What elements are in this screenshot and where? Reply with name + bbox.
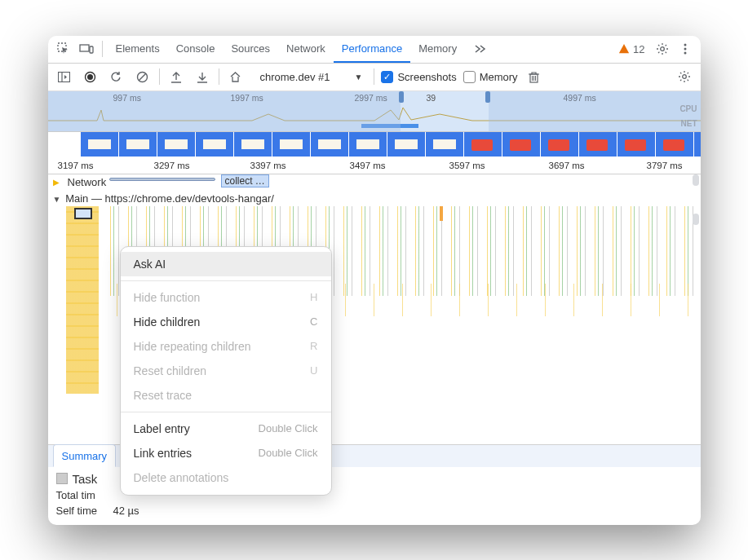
- menu-item-label-entry[interactable]: Label entryDouble Click: [121, 417, 331, 441]
- memory-checkbox[interactable]: Memory: [463, 71, 518, 83]
- tab-summary[interactable]: Summary: [53, 444, 117, 467]
- main-track-header[interactable]: ▼ Main — https://chrome.dev/devtools-han…: [48, 191, 701, 206]
- settings-icon[interactable]: [652, 37, 673, 60]
- ruler-tick: 3597 ms: [449, 161, 485, 170]
- range-handle-right[interactable]: [485, 91, 490, 103]
- chevron-down-icon: ▼: [355, 73, 363, 82]
- checkbox-icon: [463, 71, 476, 83]
- selected-frame[interactable]: [74, 208, 92, 219]
- tab-memory[interactable]: Memory: [410, 36, 465, 64]
- toggle-drawer-icon[interactable]: [55, 67, 74, 86]
- upload-icon[interactable]: [166, 67, 186, 86]
- filmstrip-thumb[interactable]: [579, 132, 617, 157]
- expand-icon: ▶: [53, 178, 63, 187]
- record-icon[interactable]: [81, 67, 100, 86]
- inspect-icon[interactable]: [53, 37, 74, 60]
- filmstrip-thumb[interactable]: [502, 132, 540, 157]
- filmstrip-thumb[interactable]: [196, 132, 233, 157]
- filmstrip-thumb[interactable]: [234, 132, 272, 157]
- svg-point-5: [684, 48, 686, 51]
- filmstrip-thumb[interactable]: [311, 132, 348, 157]
- network-bar[interactable]: [109, 178, 215, 181]
- main-thread-label: Main — https://chrome.dev/devtools-hanga…: [65, 192, 274, 205]
- screenshots-label: Screenshots: [397, 71, 456, 83]
- gc-icon[interactable]: [524, 67, 544, 86]
- scrollbar-thumb[interactable]: [693, 174, 699, 186]
- filmstrip-thumb[interactable]: [656, 132, 693, 157]
- menu-shortcut: C: [310, 315, 317, 329]
- filmstrip-thumb[interactable]: [119, 132, 157, 157]
- filmstrip-thumb[interactable]: [387, 132, 425, 157]
- network-track-header[interactable]: ▶ Network: [48, 174, 112, 190]
- menu-item-reset-children: Reset childrenU: [121, 359, 331, 383]
- menu-item-hide-repeating-children: Hide repeating childrenR: [121, 334, 331, 359]
- clear-icon[interactable]: [133, 67, 153, 86]
- tab-elements[interactable]: Elements: [108, 36, 168, 64]
- devtools-tabbar: ElementsConsoleSourcesNetworkPerformance…: [48, 36, 701, 64]
- ruler-tick: 3697 ms: [549, 161, 585, 170]
- filmstrip-thumb[interactable]: [157, 132, 195, 157]
- filmstrip-thumb[interactable]: [464, 132, 502, 157]
- filmstrip[interactable]: [48, 132, 701, 160]
- memory-label: Memory: [480, 71, 518, 83]
- context-menu: Ask AIHide functionHHide childrenCHide r…: [120, 246, 332, 496]
- source-selector[interactable]: chrome.dev #1 ▼: [252, 67, 368, 86]
- menu-item-hide-children[interactable]: Hide childrenC: [121, 310, 331, 334]
- filmstrip-thumb[interactable]: [349, 132, 387, 157]
- self-time-value: 42 µs: [113, 505, 139, 517]
- task-swatch: [56, 473, 68, 484]
- tab-sources[interactable]: Sources: [223, 36, 278, 64]
- perf-toolbar: chrome.dev #1 ▼ Screenshots Memory: [48, 64, 701, 91]
- filmstrip-thumb[interactable]: [81, 132, 118, 157]
- menu-shortcut: U: [310, 364, 317, 377]
- perf-settings-icon[interactable]: [675, 67, 694, 86]
- menu-shortcut: Double Click: [259, 422, 318, 435]
- reload-record-icon[interactable]: [107, 67, 126, 86]
- source-label: chrome.dev #1: [260, 71, 330, 83]
- menu-item-link-entries[interactable]: Link entriesDouble Click: [121, 441, 331, 465]
- menu-shortcut: H: [310, 291, 317, 304]
- tab-network[interactable]: Network: [278, 36, 334, 64]
- time-ruler: 3197 ms3297 ms3397 ms3497 ms3597 ms3697 …: [48, 160, 701, 174]
- devtools-window: ElementsConsoleSourcesNetworkPerformance…: [48, 36, 701, 525]
- svg-rect-7: [59, 72, 70, 82]
- download-icon[interactable]: [193, 67, 212, 86]
- ruler-tick: 3797 ms: [647, 161, 683, 170]
- menu-shortcut: Double Click: [259, 447, 318, 460]
- screenshots-checkbox[interactable]: Screenshots: [381, 71, 456, 83]
- timeline-overview[interactable]: 997 ms1997 ms2997 ms394997 ms CPU NET: [48, 91, 701, 132]
- expand-icon: ▼: [53, 195, 63, 204]
- menu-item-ask-ai[interactable]: Ask AI: [121, 252, 331, 276]
- svg-rect-1: [80, 45, 89, 51]
- context-menu-separator: [121, 412, 331, 412]
- filmstrip-thumb[interactable]: [541, 132, 578, 157]
- range-handle-left[interactable]: [399, 91, 404, 103]
- checkbox-icon: [381, 71, 393, 83]
- tab-list: ElementsConsoleSourcesNetworkPerformance…: [108, 36, 466, 64]
- svg-point-3: [660, 47, 664, 51]
- network-label: Network: [68, 176, 107, 188]
- overview-tick: 39: [427, 93, 436, 103]
- svg-point-20: [682, 75, 686, 79]
- filmstrip-thumb[interactable]: [272, 132, 310, 157]
- ruler-tick: 3397 ms: [250, 161, 286, 170]
- filmstrip-thumb[interactable]: [426, 132, 463, 157]
- more-tabs-icon[interactable]: [470, 37, 491, 60]
- warnings-badge[interactable]: 12: [613, 43, 649, 55]
- svg-point-4: [684, 44, 686, 46]
- tab-performance[interactable]: Performance: [334, 36, 410, 64]
- self-time-label: Self time: [56, 505, 113, 517]
- kebab-icon[interactable]: [675, 37, 696, 60]
- svg-point-10: [87, 74, 93, 80]
- task-label: Task: [73, 472, 98, 486]
- network-item[interactable]: collect …: [221, 174, 269, 187]
- svg-rect-2: [90, 46, 93, 53]
- home-icon[interactable]: [226, 67, 246, 86]
- filmstrip-thumb[interactable]: [694, 132, 701, 157]
- device-toolbar-icon[interactable]: [76, 37, 97, 60]
- scrollbar-thumb[interactable]: [693, 214, 699, 225]
- tab-console[interactable]: Console: [168, 36, 224, 64]
- menu-item-reset-trace: Reset trace: [121, 383, 331, 408]
- ruler-tick: 3197 ms: [58, 161, 94, 170]
- filmstrip-thumb[interactable]: [617, 132, 655, 157]
